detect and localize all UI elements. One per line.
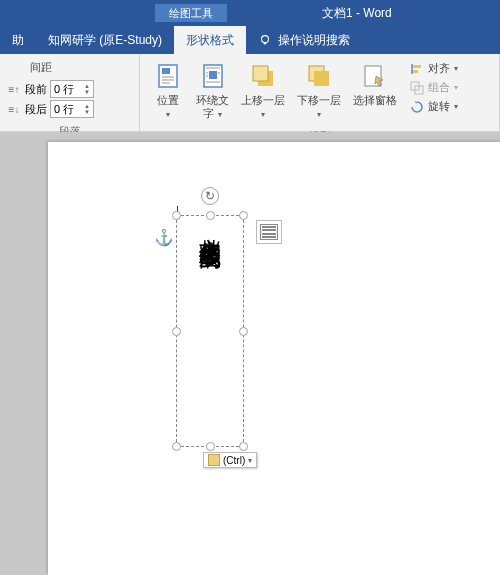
space-before-input[interactable]: 0 行 ▲▼: [50, 80, 94, 98]
tell-me-label: 操作说明搜索: [278, 32, 350, 49]
document-title: 文档1 - Word: [322, 5, 392, 22]
document-page[interactable]: ⚓ ↻ 文档字体怎么变成竖的 (Ctrl) ▾: [48, 142, 500, 575]
layout-options-button[interactable]: [256, 220, 282, 244]
selection-pane-icon: [359, 60, 391, 92]
bring-fwd-label: 上移一层: [241, 94, 285, 106]
lightbulb-icon: [258, 33, 272, 47]
chevron-down-icon: ▾: [454, 102, 458, 111]
tab-help[interactable]: 助: [0, 26, 36, 54]
space-after-label: 段后: [25, 102, 47, 117]
wrap-text-button[interactable]: 环绕文 字 ▾: [190, 58, 235, 123]
chevron-down-icon: ▾: [248, 456, 252, 465]
chevron-down-icon: ▾: [166, 110, 170, 119]
tool-context-tab: 绘图工具: [155, 4, 227, 22]
wrap-label: 环绕文 字: [196, 94, 229, 119]
group-icon: [410, 81, 424, 95]
space-before-label: 段前: [25, 82, 47, 97]
layout-options-icon: [260, 224, 278, 240]
paste-options-button[interactable]: (Ctrl) ▾: [203, 452, 257, 468]
resize-handle-tm[interactable]: [206, 211, 215, 220]
position-button[interactable]: 位置▾: [146, 58, 190, 123]
selection-pane-button[interactable]: 选择窗格: [347, 58, 403, 109]
selection-label: 选择窗格: [353, 94, 397, 107]
chevron-down-icon: ▾: [454, 83, 458, 92]
send-backward-icon: [303, 60, 335, 92]
bring-forward-button[interactable]: 上移一层▾: [235, 58, 291, 123]
svg-rect-21: [413, 70, 418, 73]
send-back-label: 下移一层: [297, 94, 341, 106]
svg-point-0: [262, 36, 269, 43]
resize-handle-tr[interactable]: [239, 211, 248, 220]
send-backward-button[interactable]: 下移一层▾: [291, 58, 347, 123]
rotate-icon: [410, 100, 424, 114]
wrap-text-icon: [197, 60, 229, 92]
position-icon: [152, 60, 184, 92]
spinner-icon[interactable]: ▲▼: [84, 83, 90, 95]
chevron-down-icon: ▾: [218, 110, 222, 119]
space-before-value: 0 行: [54, 82, 74, 97]
anchor-icon: ⚓: [154, 228, 174, 247]
tab-shape-format[interactable]: 形状格式: [174, 26, 246, 54]
align-label: 对齐: [428, 61, 450, 76]
tab-estudy[interactable]: 知网研学 (原E-Study): [36, 26, 174, 54]
selected-text-box[interactable]: ↻ 文档字体怎么变成竖的: [176, 215, 244, 447]
svg-rect-8: [209, 71, 217, 79]
rotate-button[interactable]: 旋转 ▾: [407, 98, 461, 115]
spacing-heading: 间距: [30, 60, 94, 75]
space-after-input[interactable]: 0 行 ▲▼: [50, 100, 94, 118]
clipboard-icon: [208, 454, 220, 466]
svg-rect-1: [264, 43, 267, 45]
resize-handle-tl[interactable]: [172, 211, 181, 220]
svg-rect-20: [413, 65, 421, 68]
space-before-icon: ≡↑: [6, 82, 22, 96]
svg-rect-15: [253, 66, 268, 81]
resize-handle-bl[interactable]: [172, 442, 181, 451]
vertical-text-content[interactable]: 文档字体怎么变成竖的: [195, 221, 225, 231]
position-label: 位置: [157, 94, 179, 106]
group-btn-label: 组合: [428, 80, 450, 95]
svg-rect-17: [314, 71, 329, 86]
chevron-down-icon: ▾: [454, 64, 458, 73]
spinner-icon[interactable]: ▲▼: [84, 103, 90, 115]
resize-handle-mr[interactable]: [239, 327, 248, 336]
group-button[interactable]: 组合 ▾: [407, 79, 461, 96]
space-after-value: 0 行: [54, 102, 74, 117]
tell-me-search[interactable]: 操作说明搜索: [246, 32, 362, 49]
chevron-down-icon: ▾: [261, 110, 265, 119]
ctrl-label: (Ctrl): [223, 455, 245, 466]
align-button[interactable]: 对齐 ▾: [407, 60, 461, 77]
svg-rect-3: [162, 68, 170, 74]
resize-handle-ml[interactable]: [172, 327, 181, 336]
rotate-label: 旋转: [428, 99, 450, 114]
rotate-handle[interactable]: ↻: [201, 187, 219, 205]
resize-handle-br[interactable]: [239, 442, 248, 451]
resize-handle-bm[interactable]: [206, 442, 215, 451]
align-icon: [410, 62, 424, 76]
space-after-icon: ≡↓: [6, 102, 22, 116]
document-canvas[interactable]: ⚓ ↻ 文档字体怎么变成竖的 (Ctrl) ▾: [0, 132, 500, 575]
bring-forward-icon: [247, 60, 279, 92]
shape-border: [176, 215, 244, 447]
chevron-down-icon: ▾: [317, 110, 321, 119]
